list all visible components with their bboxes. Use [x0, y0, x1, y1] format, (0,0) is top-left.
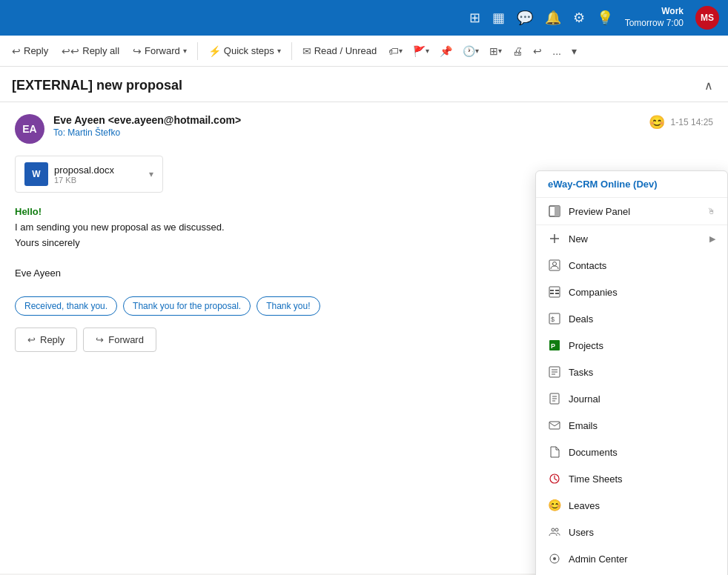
reply-button[interactable]: ↩ Reply — [6, 41, 54, 61]
clock-icon: 🕐 — [463, 45, 475, 57]
dropdown-item-companies[interactable]: Companies — [536, 279, 727, 305]
undo-button[interactable]: ↩ — [529, 41, 546, 61]
print-button[interactable]: 🖨 — [508, 41, 527, 61]
svg-text:$: $ — [551, 316, 555, 323]
projects-icon: P — [548, 339, 561, 352]
emails-label: Emails — [569, 420, 598, 431]
reply-email-icon: ↩ — [27, 334, 36, 345]
collapse-toolbar-button[interactable]: ▾ — [567, 41, 581, 61]
svg-text:P: P — [551, 342, 555, 350]
forward-email-icon: ↪ — [96, 334, 104, 345]
grid-icon[interactable]: ⊞ — [469, 10, 480, 26]
sender-avatar: EA — [15, 114, 44, 144]
avatar[interactable]: MS — [695, 6, 719, 30]
preview-panel-label: Preview Panel — [569, 206, 630, 217]
flag-button[interactable]: 🚩 ▾ — [408, 41, 434, 61]
new-label: New — [569, 233, 588, 245]
svg-rect-9 — [550, 293, 554, 294]
attachment-expand-icon[interactable]: ▾ — [149, 169, 153, 179]
to-recipient[interactable]: Martin Štefko — [67, 127, 120, 138]
email-header-bar: [EXTERNAL] new proposal ∧ — [0, 67, 728, 102]
dropdown-item-help[interactable]: ? Help — [536, 572, 727, 575]
projects-label: Projects — [569, 340, 603, 351]
dropdown-item-journal[interactable]: Journal — [536, 385, 727, 412]
toolbar: ↩ Reply ↩↩ Reply all ↪ Forward ▾ ⚡ Quick… — [0, 36, 728, 67]
forward-icon: ↪ — [133, 45, 142, 57]
attachment-item[interactable]: W proposal.docx 17 KB ▾ — [15, 156, 163, 193]
dropdown-item-leaves[interactable]: 😊 Leaves — [536, 492, 727, 519]
quick-reply-1[interactable]: Received, thank you. — [15, 296, 117, 316]
pin-button[interactable]: 📌 — [435, 41, 457, 61]
quick-steps-button[interactable]: ⚡ Quick steps ▾ — [202, 41, 287, 61]
timestamp: 1-15 14:25 — [671, 117, 713, 127]
view-icon: ⊞ — [489, 45, 498, 57]
dropdown-item-emails[interactable]: Emails — [536, 412, 727, 439]
users-icon — [548, 525, 561, 539]
dropdown-item-contacts[interactable]: Contacts — [536, 252, 727, 279]
forward-label: Forward — [145, 45, 180, 56]
admin-center-icon — [548, 552, 561, 565]
leaves-icon: 😊 — [548, 499, 561, 512]
dropdown-item-users[interactable]: Users — [536, 519, 727, 545]
dropdown-item-documents[interactable]: Documents — [536, 439, 727, 465]
contacts-icon — [548, 259, 561, 272]
tasks-label: Tasks — [569, 367, 593, 378]
read-unread-button[interactable]: ✉ Read / Unread — [297, 41, 383, 61]
companies-icon — [548, 285, 561, 299]
dropdown-item-preview-panel[interactable]: Preview Panel 🖱 — [536, 198, 727, 225]
toolbar-separator-2 — [291, 42, 292, 60]
svg-rect-1 — [555, 206, 560, 216]
svg-point-20 — [555, 528, 558, 531]
top-bar: ⊞ ▦ 💬 🔔 ⚙ 💡 Work Tomorrow 7:00 MS — [0, 0, 728, 36]
journal-icon — [548, 392, 561, 405]
deals-icon: $ — [548, 312, 561, 325]
tasks-icon — [548, 365, 561, 379]
more-icon: ... — [552, 45, 561, 57]
read-unread-icon: ✉ — [302, 45, 311, 57]
table-icon[interactable]: ▦ — [492, 10, 505, 26]
bulb-icon[interactable]: 💡 — [597, 10, 613, 26]
chat-icon[interactable]: 💬 — [517, 10, 533, 26]
dropdown-item-admin-center[interactable]: Admin Center — [536, 545, 727, 572]
dropdown-item-tasks[interactable]: Tasks — [536, 359, 727, 385]
svg-point-22 — [553, 557, 556, 560]
journal-label: Journal — [569, 393, 600, 405]
emoji-button[interactable]: 😊 — [649, 114, 665, 130]
gear-icon[interactable]: ⚙ — [573, 10, 585, 26]
bell-icon[interactable]: 🔔 — [545, 10, 561, 26]
flag-chevron: ▾ — [426, 47, 429, 55]
reply-email-button[interactable]: ↩ Reply — [15, 328, 77, 352]
quick-reply-2[interactable]: Thank you for the proposal. — [123, 296, 251, 316]
quick-steps-icon: ⚡ — [208, 45, 221, 57]
more-button[interactable]: ... — [548, 41, 566, 61]
clock-button[interactable]: 🕐 ▾ — [458, 41, 483, 61]
attachment-info: proposal.docx 17 KB — [54, 164, 143, 185]
read-unread-label: Read / Unread — [314, 45, 377, 56]
tag-button[interactable]: 🏷 ▾ — [384, 41, 407, 61]
quick-reply-3[interactable]: Thank you! — [257, 296, 320, 316]
reply-icon: ↩ — [12, 45, 21, 57]
documents-icon — [548, 445, 561, 459]
forward-button[interactable]: ↪ Forward ▾ — [127, 41, 193, 61]
forward-email-button[interactable]: ↪ Forward — [83, 328, 156, 352]
sender-avatar-initials: EA — [22, 123, 36, 135]
emails-icon — [548, 419, 561, 432]
dropdown-item-new[interactable]: New ▶ — [536, 225, 727, 252]
main-area: EA Eve Ayeen <eve.ayeen@hotmail.com> To:… — [0, 102, 728, 574]
dropdown-item-time-sheets[interactable]: Time Sheets — [536, 465, 727, 492]
forward-email-label: Forward — [108, 334, 144, 345]
time-sheets-icon — [548, 472, 561, 485]
svg-point-5 — [553, 262, 557, 266]
work-label: Work — [625, 6, 684, 18]
dropdown-item-projects[interactable]: P Projects — [536, 332, 727, 359]
dropdown-item-deals[interactable]: $ Deals — [536, 305, 727, 332]
email-subject: [EXTERNAL] new proposal — [12, 78, 182, 93]
deals-label: Deals — [569, 313, 593, 325]
view-button[interactable]: ⊞ ▾ — [485, 41, 506, 61]
sender-name: Eve Ayeen <eve.ayeen@hotmail.com> — [53, 114, 640, 126]
documents-label: Documents — [569, 447, 618, 458]
collapse-button[interactable]: ∧ — [701, 76, 716, 96]
reply-all-button[interactable]: ↩↩ Reply all — [56, 41, 125, 61]
to-label: To: — [53, 127, 65, 138]
leaves-label: Leaves — [569, 500, 600, 511]
